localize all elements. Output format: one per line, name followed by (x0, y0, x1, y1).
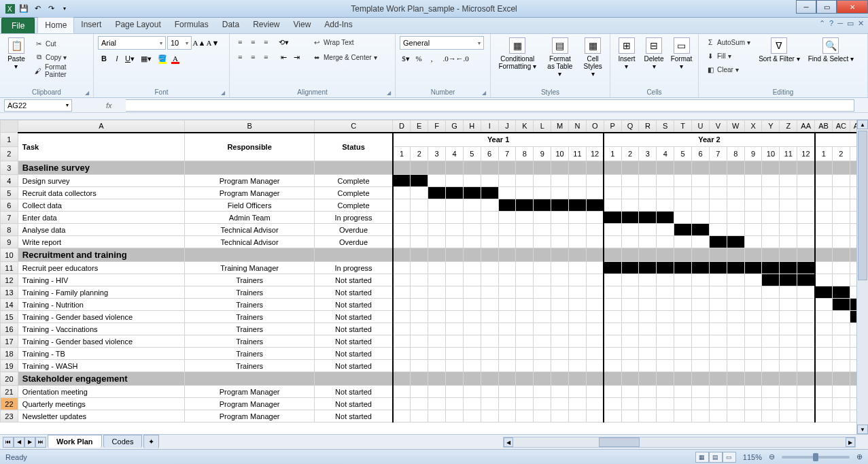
gantt-cell[interactable] (604, 398, 621, 410)
gantt-cell[interactable] (727, 311, 744, 323)
section-cell[interactable]: Recruitment and training (18, 248, 184, 262)
gantt-cell[interactable] (692, 175, 710, 187)
gantt-cell[interactable] (639, 187, 657, 199)
gantt-cell[interactable] (780, 299, 797, 311)
column-header[interactable]: S (657, 120, 674, 133)
task-cell[interactable]: Newsletter updates (18, 410, 184, 422)
save-icon[interactable]: 💾 (18, 3, 30, 15)
name-box[interactable]: AG22▾ (4, 99, 72, 112)
gantt-cell[interactable] (780, 187, 797, 199)
status-cell[interactable]: Overdue (315, 224, 393, 236)
column-header[interactable]: Y (762, 120, 780, 133)
tab-page-layout[interactable]: Page Layout (108, 17, 167, 33)
gantt-cell[interactable] (463, 348, 481, 360)
column-header[interactable]: W (727, 120, 744, 133)
status-cell[interactable]: Not started (315, 386, 393, 398)
gantt-cell[interactable] (727, 299, 744, 311)
gantt-cell[interactable] (463, 410, 481, 422)
italic-button[interactable]: I (111, 52, 123, 65)
responsible-cell[interactable]: Training Manager (185, 262, 315, 274)
gantt-cell[interactable] (586, 212, 604, 224)
gantt-cell[interactable] (639, 236, 657, 248)
gantt-cell[interactable] (692, 311, 710, 323)
status-cell[interactable]: Not started (315, 299, 393, 311)
gantt-cell[interactable] (674, 311, 692, 323)
responsible-cell[interactable]: Program Manager (185, 175, 315, 187)
gantt-cell[interactable] (832, 286, 850, 299)
gantt-cell[interactable] (569, 274, 587, 286)
scroll-up-icon[interactable]: ▲ (857, 120, 868, 129)
gantt-cell[interactable] (815, 262, 833, 274)
sheet-tab-codes[interactable]: Codes (103, 435, 143, 448)
gantt-cell[interactable] (446, 274, 464, 286)
gantt-cell[interactable] (516, 311, 534, 323)
gantt-cell[interactable] (709, 286, 727, 299)
task-cell[interactable]: Training - Vaccinations (18, 323, 184, 335)
gantt-cell[interactable] (744, 274, 762, 286)
find-select-button[interactable]: 🔍Find & Select ▾ (805, 36, 856, 87)
task-cell[interactable]: Analyse data (18, 224, 184, 236)
gantt-cell[interactable] (604, 236, 621, 248)
column-header[interactable]: K (516, 120, 534, 133)
row-header[interactable]: 17 (1, 335, 18, 348)
status-cell[interactable]: Overdue (315, 236, 393, 248)
gantt-cell[interactable] (551, 348, 569, 360)
row-header[interactable]: 5 (1, 187, 18, 199)
gantt-cell[interactable] (411, 187, 428, 199)
fx-label[interactable]: fx (106, 101, 112, 110)
row-header[interactable]: 10 (1, 248, 18, 262)
gantt-cell[interactable] (393, 323, 411, 335)
align-middle-button[interactable]: ≡ (247, 36, 259, 48)
gantt-cell[interactable] (692, 199, 710, 212)
task-cell[interactable]: Quarterly meetings (18, 398, 184, 410)
scroll-down-icon[interactable]: ▼ (857, 425, 868, 434)
scroll-thumb[interactable] (858, 131, 867, 280)
status-cell[interactable]: Not started (315, 274, 393, 286)
gantt-cell[interactable] (604, 410, 621, 422)
gantt-cell[interactable] (762, 236, 780, 248)
prev-sheet-icon[interactable]: ◀ (14, 437, 24, 448)
gantt-cell[interactable] (463, 286, 481, 299)
gantt-cell[interactable] (621, 224, 639, 236)
gantt-cell[interactable] (832, 212, 850, 224)
gantt-cell[interactable] (815, 175, 833, 187)
gantt-cell[interactable] (621, 311, 639, 323)
row-header[interactable]: 13 (1, 286, 18, 299)
tab-add-ins[interactable]: Add-Ins (317, 17, 359, 33)
gantt-cell[interactable] (744, 175, 762, 187)
gantt-cell[interactable] (832, 398, 850, 410)
gantt-cell[interactable] (481, 410, 498, 422)
gantt-cell[interactable] (621, 323, 639, 335)
gantt-cell[interactable] (797, 286, 815, 299)
gantt-cell[interactable] (727, 224, 744, 236)
formula-input[interactable] (126, 99, 854, 112)
format-cells-button[interactable]: ▭Format▾ (669, 36, 694, 87)
gantt-cell[interactable] (498, 410, 516, 422)
gantt-cell[interactable] (569, 187, 587, 199)
gantt-cell[interactable] (428, 348, 446, 360)
row-header[interactable]: 14 (1, 299, 18, 311)
responsible-cell[interactable]: Trainers (185, 323, 315, 335)
gantt-cell[interactable] (744, 236, 762, 248)
gantt-cell[interactable] (797, 323, 815, 335)
gantt-cell[interactable] (604, 335, 621, 348)
gantt-cell[interactable] (446, 348, 464, 360)
gantt-cell[interactable] (621, 199, 639, 212)
gantt-cell[interactable] (393, 299, 411, 311)
gantt-cell[interactable] (534, 299, 551, 311)
gantt-cell[interactable] (516, 323, 534, 335)
gantt-cell[interactable] (639, 323, 657, 335)
gantt-cell[interactable] (657, 311, 674, 323)
font-name-combo[interactable]: Arial▾ (98, 36, 166, 50)
gantt-cell[interactable] (481, 299, 498, 311)
gantt-cell[interactable] (393, 311, 411, 323)
sort-filter-button[interactable]: ᐁSort & Filter ▾ (756, 36, 803, 87)
gantt-cell[interactable] (534, 360, 551, 372)
increase-decimal-button[interactable]: .0→ (443, 52, 455, 65)
gantt-cell[interactable] (674, 348, 692, 360)
file-tab[interactable]: File (1, 18, 35, 33)
responsible-cell[interactable]: Field Officers (185, 199, 315, 212)
column-header[interactable]: B (185, 120, 315, 133)
gantt-cell[interactable] (481, 236, 498, 248)
gantt-cell[interactable] (498, 224, 516, 236)
